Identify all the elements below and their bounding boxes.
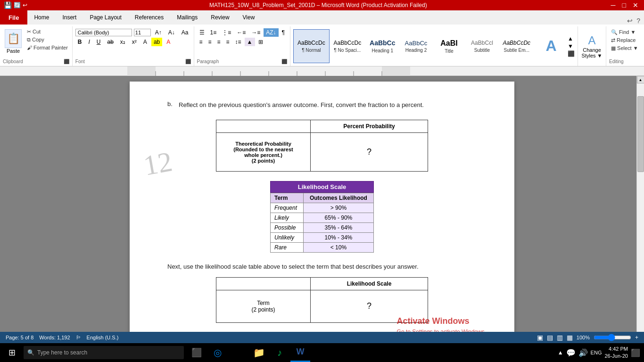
status-words: Words: 1,192 bbox=[39, 335, 70, 340]
view-full-btn[interactable]: ▤ bbox=[547, 334, 553, 341]
quick-save[interactable]: 🔄 bbox=[14, 2, 21, 8]
tab-home[interactable]: Home bbox=[27, 10, 56, 25]
change-styles-btn[interactable]: ChangeStyles ▼ bbox=[582, 47, 603, 58]
cut-btn[interactable]: ✂ Cut bbox=[25, 28, 69, 35]
scroll-track[interactable] bbox=[637, 83, 644, 336]
taskbar-word[interactable]: W bbox=[290, 343, 310, 362]
styles-up-btn[interactable]: ▲ bbox=[568, 35, 575, 42]
scroll-thumb[interactable] bbox=[637, 96, 644, 172]
view-web-btn[interactable]: ▥ bbox=[557, 334, 563, 341]
tab-mailings[interactable]: Mailings bbox=[170, 10, 204, 25]
taskbar-music[interactable]: ♪ bbox=[270, 343, 289, 362]
taskbar-chrome[interactable]: ⊙ bbox=[228, 343, 248, 362]
close-btn[interactable]: ✕ bbox=[631, 1, 640, 9]
format-painter-btn[interactable]: 🖌 Format Painter bbox=[25, 44, 69, 51]
find-btn[interactable]: 🔍 Find ▼ bbox=[609, 28, 641, 36]
zoom-slider[interactable] bbox=[594, 334, 631, 341]
strikethrough-btn[interactable]: ab bbox=[105, 38, 116, 46]
paste-btn[interactable]: 📋 Paste bbox=[3, 28, 24, 55]
tab-insert[interactable]: Insert bbox=[56, 10, 83, 25]
align-center-btn[interactable]: ≡ bbox=[206, 38, 214, 46]
para-expand[interactable]: ⬛ bbox=[281, 59, 287, 64]
italic-btn[interactable]: I bbox=[86, 38, 92, 46]
font-size-input[interactable] bbox=[134, 29, 151, 36]
text-effects-btn[interactable]: A bbox=[141, 38, 149, 46]
justify-btn[interactable]: ≡ bbox=[224, 38, 232, 46]
help-btn[interactable]: ? bbox=[636, 17, 640, 25]
taskbar-notification[interactable]: ⬛ bbox=[631, 348, 640, 357]
show-hide-btn[interactable]: ¶ bbox=[280, 28, 287, 37]
bold-btn[interactable]: B bbox=[75, 38, 84, 46]
style-subtitle[interactable]: AaBbCcl Subtitle bbox=[465, 29, 498, 63]
prob-table-value[interactable]: ? bbox=[311, 133, 428, 172]
font-family-input[interactable] bbox=[75, 29, 132, 36]
style-change-a[interactable]: A bbox=[535, 29, 568, 63]
doc-area: 12 b. Reflect on the previous question's… bbox=[0, 76, 644, 344]
zoom-in-btn[interactable]: + bbox=[635, 334, 638, 341]
taskbar-sound[interactable]: 🔊 bbox=[578, 348, 588, 357]
superscript-btn[interactable]: x² bbox=[130, 38, 139, 46]
subscript-btn[interactable]: x₂ bbox=[118, 38, 128, 46]
taskbar-task-view[interactable]: ⬛ bbox=[187, 343, 206, 362]
search-placeholder: Type here to search bbox=[37, 349, 87, 356]
style-heading1[interactable]: AaBbCc Heading 1 bbox=[365, 29, 399, 63]
styles-expand-btn[interactable]: ⬛ bbox=[568, 50, 575, 57]
decrease-indent-btn[interactable]: ←≡ bbox=[234, 28, 248, 37]
taskbar-edge[interactable]: ◎ bbox=[207, 343, 227, 362]
style-no-spacing[interactable]: AaBbCcDc ¶ No Spaci... bbox=[330, 29, 366, 63]
style-subtle-em[interactable]: AaBbCcDc Subtle Em... bbox=[498, 29, 535, 63]
tab-view[interactable]: View bbox=[236, 10, 262, 25]
para-row1: ☰ 1≡ ⋮≡ ←≡ →≡ AZ↓ ¶ bbox=[197, 28, 288, 37]
replace-btn[interactable]: ⇄ Replace bbox=[609, 36, 641, 44]
style-normal-label: ¶ Normal bbox=[302, 48, 321, 53]
taskbar-search-box[interactable]: 🔍 Type here to search bbox=[24, 346, 184, 359]
style-heading2[interactable]: AaBbCc Heading 2 bbox=[399, 29, 432, 63]
styles-down-btn[interactable]: ▼ bbox=[568, 43, 575, 49]
font-decrease-btn[interactable]: A↓ bbox=[166, 28, 177, 37]
select-btn[interactable]: ▦ Select ▼ bbox=[609, 44, 641, 52]
status-right: ▣ ▤ ▥ ▦ 100% + bbox=[537, 334, 638, 341]
tab-review[interactable]: Review bbox=[204, 10, 236, 25]
copy-btn[interactable]: ⧉ Copy bbox=[25, 36, 69, 43]
font-color-btn[interactable]: A bbox=[164, 38, 173, 46]
border-btn[interactable]: ⊞ bbox=[256, 38, 265, 46]
minimize-btn[interactable]: ─ bbox=[609, 1, 618, 9]
restore-btn[interactable]: □ bbox=[620, 1, 628, 9]
taskbar-explorer[interactable]: 📁 bbox=[249, 343, 269, 362]
multilevel-btn[interactable]: ⋮≡ bbox=[220, 28, 233, 37]
page: 12 b. Reflect on the previous question's… bbox=[130, 82, 514, 344]
sort-btn[interactable]: AZ↓ bbox=[264, 28, 278, 37]
font-increase-btn[interactable]: A↑ bbox=[153, 28, 164, 37]
align-left-btn[interactable]: ≡ bbox=[197, 38, 205, 46]
view-print-btn[interactable]: ▣ bbox=[537, 334, 543, 341]
clear-formatting-btn[interactable]: Aa bbox=[179, 28, 191, 37]
taskbar: ⊞ 🔍 Type here to search ⬛ ◎ ⊙ 📁 ♪ W ▲ 💬 … bbox=[0, 343, 644, 362]
scroll-up-btn[interactable]: ▲ bbox=[637, 76, 644, 83]
likelihood-answer-row: Term(2 points) ? bbox=[216, 290, 428, 322]
taskbar-comment[interactable]: 💬 bbox=[566, 348, 576, 357]
start-btn[interactable]: ⊞ bbox=[0, 343, 24, 362]
text-highlight-btn[interactable]: ab bbox=[151, 38, 162, 46]
numbering-btn[interactable]: 1≡ bbox=[208, 28, 219, 37]
question-b-row: b. Reflect on the previous question's an… bbox=[167, 100, 477, 112]
increase-indent-btn[interactable]: →≡ bbox=[249, 28, 263, 37]
tab-page-layout[interactable]: Page Layout bbox=[83, 10, 128, 25]
style-no-spacing-label: ¶ No Spaci... bbox=[334, 48, 361, 53]
line-spacing-btn[interactable]: ↕≡ bbox=[233, 38, 244, 46]
tab-file[interactable]: File bbox=[0, 10, 27, 25]
shading-btn[interactable]: ▲ bbox=[245, 38, 255, 46]
style-normal[interactable]: AaBbCcDc ¶ Normal bbox=[293, 29, 330, 63]
style-title[interactable]: AaBI Title bbox=[432, 29, 465, 63]
bullets-btn[interactable]: ☰ bbox=[197, 28, 207, 37]
clipboard-expand[interactable]: ⬛ bbox=[64, 59, 69, 64]
view-outline-btn[interactable]: ▦ bbox=[567, 334, 573, 341]
help-icon[interactable]: ↩ bbox=[627, 17, 633, 25]
underline-btn[interactable]: U bbox=[94, 38, 103, 46]
undo-btn[interactable]: ↩ bbox=[23, 2, 27, 8]
tab-references[interactable]: References bbox=[128, 10, 170, 25]
font-expand[interactable]: ⬛ bbox=[185, 59, 191, 64]
font-row2: B I U ab x₂ x² A ab A bbox=[75, 38, 191, 46]
clipboard-group: 📋 Paste ✂ Cut ⧉ Copy 🖌 Format Painter bbox=[0, 26, 73, 66]
taskbar-up-arrow[interactable]: ▲ bbox=[558, 349, 563, 356]
align-right-btn[interactable]: ≡ bbox=[215, 38, 223, 46]
